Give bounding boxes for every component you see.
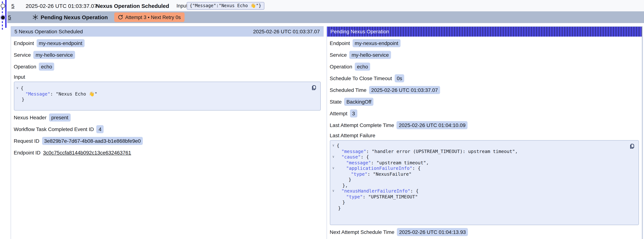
- field-value-badge: 3: [350, 110, 357, 118]
- collapse-chevron-icon[interactable]: ∨: [330, 188, 337, 194]
- field-label: Schedule To Close Timeout: [330, 76, 392, 81]
- field-value-badge: 0s: [394, 74, 404, 82]
- code-text: "message": "upstream timeout",: [337, 160, 429, 166]
- copy-icon[interactable]: [311, 85, 317, 91]
- field-label: Operation: [14, 64, 36, 70]
- code-gutter: [330, 177, 337, 182]
- code-text: "cause": {: [337, 154, 369, 160]
- collapse-chevron-icon[interactable]: ∨: [330, 166, 337, 171]
- collapse-chevron-icon[interactable]: ∨: [330, 154, 337, 160]
- detail-field-row: Endpointmy-nexus-endpoint: [14, 39, 320, 48]
- code-gutter: [330, 171, 337, 177]
- code-text: },: [337, 182, 348, 188]
- scheduled-panel-body: Endpointmy-nexus-endpointServicemy-hello…: [11, 36, 324, 157]
- event-row-pending-nexus-operation[interactable]: 5 Pending Nexus Operation Attempt 3 • Ne…: [7, 11, 644, 23]
- field-value-badge: 2025-02-26 UTC 01:03:37.07: [369, 86, 440, 94]
- code-line: "type": "NexusFailure": [330, 171, 638, 177]
- code-text: "type": "NexusFailure": [337, 171, 412, 177]
- detail-field-row: Attempt3: [330, 109, 639, 118]
- event-id-link[interactable]: 5: [8, 14, 11, 20]
- code-gutter: [14, 96, 21, 102]
- event-timestamp: 2025-02-26 UTC 01:03:37.07: [26, 2, 97, 9]
- timeline-selection-bar: [5, 0, 6, 28]
- detail-field-row: Operationecho: [330, 62, 639, 71]
- detail-field-row: Schedule To Close Timeout0s: [330, 74, 639, 83]
- copy-icon[interactable]: [629, 144, 635, 149]
- field-value-badge: my-nexus-endpoint: [352, 39, 400, 47]
- code-gutter: [330, 194, 337, 200]
- code-line: ∨{: [330, 143, 638, 148]
- event-row-nexus-operation-scheduled[interactable]: 5 2025-02-26 UTC 01:03:37.07 Nexus Opera…: [7, 0, 644, 11]
- code-text: "message": "handler error (UPSTREAM_TIME…: [337, 148, 518, 154]
- code-text: }: [337, 177, 351, 182]
- code-text: }: [337, 200, 345, 205]
- field-value-link[interactable]: 3c0c75ccfa8144b092c13ce632463761: [43, 150, 131, 156]
- code-line: ∨"cause": {: [330, 154, 638, 160]
- detail-field-row: Next Attempt Schedule Time2025-02-26 UTC…: [330, 228, 639, 236]
- pending-operation-detail-panel: Pending Nexus Operation Endpointmy-nexus…: [326, 26, 643, 239]
- code-gutter: [330, 200, 337, 205]
- detail-field-row: Operationecho: [14, 62, 320, 71]
- timeline-selected-event-dot: [1, 16, 5, 20]
- detail-field-row: Endpoint ID3c0c75ccfa8144b092c13ce632463…: [14, 148, 320, 157]
- code-line: }: [330, 177, 638, 182]
- failure-json-viewer: ∨{"message": "handler error (UPSTREAM_TI…: [330, 140, 639, 225]
- detail-field-row: Last Attempt Complete Time2025-02-26 UTC…: [330, 121, 639, 130]
- input-payload-chip[interactable]: {"Message":"Nexus Echo 👋"}: [187, 2, 264, 10]
- field-value-badge: 3e829b7e-7d67-4b08-aad3-b1e868bfe9e0: [42, 137, 143, 145]
- field-label: Endpoint: [330, 40, 350, 46]
- code-line: "message": "handler error (UPSTREAM_TIME…: [330, 148, 638, 154]
- code-text: }: [21, 96, 24, 102]
- field-label: Scheduled Time: [330, 87, 366, 93]
- code-text: "nexusHandlerFailureInfo": {: [337, 188, 418, 194]
- field-value-badge: 2025-02-26 UTC 01:04:13.93: [397, 228, 468, 236]
- code-line: ∨{: [14, 85, 320, 91]
- field-label: Request ID: [14, 138, 39, 144]
- code-line: ∨"applicationFailureInfo": {: [330, 166, 638, 171]
- scheduled-panel-header: 5 Nexus Operation Scheduled 2025-02-26 U…: [11, 26, 324, 36]
- event-id-link[interactable]: 5: [11, 2, 14, 9]
- field-value-badge: my-hello-service: [349, 51, 391, 59]
- field-label: Endpoint ID: [14, 150, 40, 156]
- panel-title: Pending Nexus Operation: [330, 29, 389, 34]
- detail-field-row: Workflow Task Completed Event ID4: [14, 125, 320, 134]
- code-line: "type": "UPSTREAM_TIMEOUT": [330, 194, 638, 200]
- code-gutter: [330, 205, 337, 211]
- detail-field-row: Nexus Headerpresent: [14, 113, 320, 122]
- input-label: Input: [176, 3, 188, 8]
- retry-badge-text: Attempt 3 • Next Retry 0s: [125, 14, 181, 20]
- pending-asterisk-icon: [32, 14, 38, 20]
- code-line: "Message": "Nexus Echo 👋": [14, 91, 320, 96]
- code-gutter: [330, 182, 337, 188]
- field-label: Service: [14, 52, 31, 58]
- pending-panel-header: Pending Nexus Operation: [327, 26, 642, 36]
- field-label: Workflow Task Completed Event ID: [14, 126, 94, 132]
- retry-attempt-badge: Attempt 3 • Next Retry 0s: [114, 12, 184, 22]
- detail-field-row: Endpointmy-nexus-endpoint: [330, 39, 639, 48]
- code-text: "type": "UPSTREAM_TIMEOUT": [337, 194, 418, 200]
- event-detail-panels: 5 Nexus Operation Scheduled 2025-02-26 U…: [10, 26, 643, 239]
- code-line: ∨"nexusHandlerFailureInfo": {: [330, 188, 638, 194]
- collapse-chevron-icon[interactable]: ∨: [14, 85, 21, 91]
- field-label: Nexus Header: [14, 114, 46, 120]
- temporal-event-history-view: 5 2025-02-26 UTC 01:03:37.07 Nexus Opera…: [0, 0, 644, 239]
- scheduled-event-detail-panel: 5 Nexus Operation Scheduled 2025-02-26 U…: [10, 26, 324, 239]
- field-label: Next Attempt Schedule Time: [330, 229, 394, 235]
- field-label: Service: [330, 52, 347, 58]
- code-gutter: [14, 91, 21, 96]
- pending-event-title: Pending Nexus Operation: [41, 14, 108, 20]
- detail-field-row: Scheduled Time2025-02-26 UTC 01:03:37.07: [330, 86, 639, 94]
- code-text: {: [337, 143, 340, 148]
- field-label: Operation: [330, 64, 352, 70]
- detail-field-row: Servicemy-hello-service: [14, 50, 320, 59]
- collapse-chevron-icon[interactable]: ∨: [330, 143, 337, 148]
- input-section-label: Input: [14, 74, 320, 80]
- code-line: }: [330, 200, 638, 205]
- field-label: Endpoint: [14, 40, 34, 46]
- field-value-badge: BackingOff: [344, 98, 374, 106]
- field-value-badge: 2025-02-26 UTC 01:04:10.09: [397, 121, 468, 129]
- panel-title: 5 Nexus Operation Scheduled: [14, 29, 83, 34]
- code-text: }: [337, 205, 341, 211]
- detail-field-row: StateBackingOff: [330, 97, 639, 106]
- field-label: State: [330, 99, 342, 105]
